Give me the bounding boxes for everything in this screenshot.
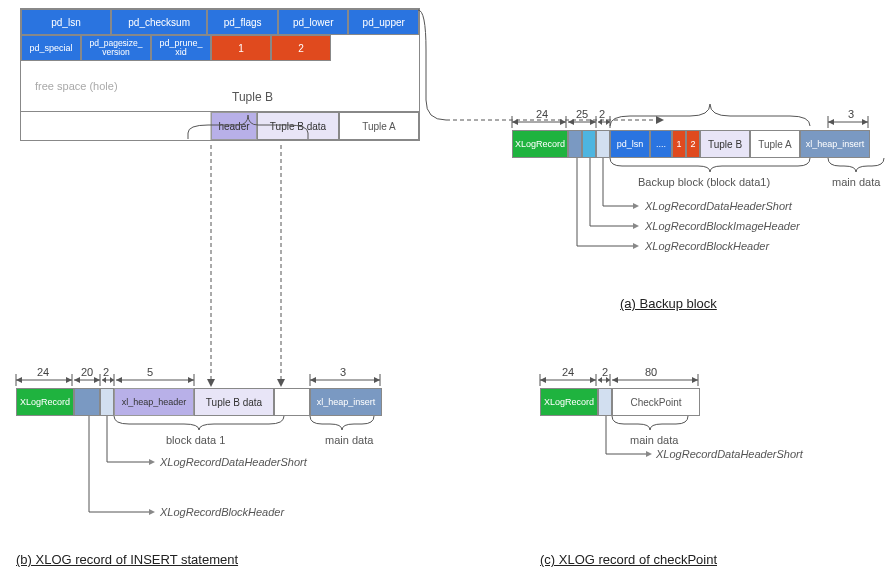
svg-marker-19 — [828, 119, 834, 125]
svg-marker-24 — [633, 223, 639, 229]
a-block-header — [568, 130, 582, 158]
svg-marker-27 — [16, 377, 22, 383]
a-tuple-a: Tuple A — [750, 130, 800, 158]
svg-marker-7 — [560, 119, 566, 125]
a-lp1: 1 — [672, 130, 686, 158]
c-callout-dh: XLogRecordDataHeaderShort — [656, 448, 803, 460]
b-tuple-b-data: Tuple B data — [194, 388, 274, 416]
a-dim-2: 2 — [599, 108, 605, 120]
a-lp2: 2 — [686, 130, 700, 158]
b-callout-bh: XLogRecordBlockHeader — [160, 506, 284, 518]
c-caption: (c) XLOG record of checkPoint — [540, 552, 717, 567]
b-block-data-label: block data 1 — [166, 434, 225, 446]
svg-marker-51 — [540, 377, 546, 383]
page-header-pd-lsn: pd_lsn — [21, 9, 111, 35]
a-callout-bih: XLogRecordBlockImageHeader — [645, 220, 800, 232]
page-header-pd-upper: pd_upper — [348, 9, 419, 35]
svg-marker-23 — [633, 203, 639, 209]
c-dim-2: 2 — [602, 366, 608, 378]
svg-marker-6 — [512, 119, 518, 125]
svg-marker-52 — [590, 377, 596, 383]
b-row: XLogRecord xl_heap_header Tuple B data x… — [16, 388, 382, 416]
a-main-data-label: main data — [832, 176, 880, 188]
svg-marker-48 — [149, 459, 155, 465]
line-ptr-1: 1 — [211, 35, 271, 61]
b-dim-2: 2 — [103, 366, 109, 378]
a-data-header-short — [596, 130, 610, 158]
b-main-data-label: main data — [325, 434, 373, 446]
svg-marker-25 — [633, 243, 639, 249]
svg-marker-60 — [612, 377, 618, 383]
b-callout-dh: XLogRecordDataHeaderShort — [160, 456, 307, 468]
a-row: XLogRecord pd_lsn .... 1 2 Tuple B Tuple… — [512, 130, 870, 158]
c-row: XLogRecord CheckPoint — [540, 388, 700, 416]
b-data-header-short — [100, 388, 114, 416]
svg-marker-28 — [66, 377, 72, 383]
svg-marker-40 — [116, 377, 122, 383]
page-header-pd-checksum: pd_checksum — [111, 9, 207, 35]
a-pd-lsn: pd_lsn — [610, 130, 650, 158]
svg-marker-3 — [207, 379, 215, 387]
c-main-data-label: main data — [630, 434, 678, 446]
tuple-a: Tuple A — [339, 112, 419, 140]
b-block-header — [74, 388, 100, 416]
b-dim-24: 24 — [37, 366, 49, 378]
svg-marker-33 — [94, 377, 100, 383]
c-checkpoint: CheckPoint — [612, 388, 700, 416]
svg-marker-11 — [568, 119, 574, 125]
a-callout-dh: XLogRecordDataHeaderShort — [645, 200, 792, 212]
c-dim-24: 24 — [562, 366, 574, 378]
b-xl-heap-insert: xl_heap_insert — [310, 388, 382, 416]
a-block-image-header — [582, 130, 596, 158]
b-xl-heap-header: xl_heap_header — [114, 388, 194, 416]
b-dim-3: 3 — [340, 366, 346, 378]
a-xl-heap-insert: xl_heap_insert — [800, 130, 870, 158]
a-tuple-b: Tuple B — [700, 130, 750, 158]
svg-marker-41 — [188, 377, 194, 383]
page-header-pd-lower: pd_lower — [278, 9, 349, 35]
a-caption: (a) Backup block — [620, 296, 717, 311]
b-gap — [274, 388, 310, 416]
svg-marker-44 — [310, 377, 316, 383]
page-header-pd-special: pd_special — [21, 35, 81, 61]
svg-marker-49 — [149, 509, 155, 515]
c-dim-80: 80 — [645, 366, 657, 378]
b-caption: (b) XLOG record of INSERT statement — [16, 552, 238, 567]
a-backup-block-label: Backup block (block data1) — [638, 176, 770, 188]
svg-marker-16 — [606, 119, 610, 125]
tuple-b-pointer-label: Tuple B — [232, 90, 273, 104]
line-ptr-2: 2 — [271, 35, 331, 61]
svg-marker-63 — [646, 451, 652, 457]
tuple-b-data: Tuple B data — [257, 112, 339, 140]
tuple-header: header — [211, 112, 257, 140]
a-dim-24: 24 — [536, 108, 548, 120]
a-dots: .... — [650, 130, 672, 158]
a-xlogrecord: XLogRecord — [512, 130, 568, 158]
a-callout-bh: XLogRecordBlockHeader — [645, 240, 769, 252]
page-block: pd_lsn pd_checksum pd_flags pd_lower pd_… — [20, 8, 420, 141]
svg-marker-4 — [277, 379, 285, 387]
b-dim-20: 20 — [81, 366, 93, 378]
svg-marker-2 — [656, 116, 664, 124]
svg-marker-12 — [590, 119, 596, 125]
svg-marker-32 — [74, 377, 80, 383]
c-xlogrecord: XLogRecord — [540, 388, 598, 416]
b-xlogrecord: XLogRecord — [16, 388, 74, 416]
page-header-pd-pagesize: pd_pagesize_ version — [81, 35, 151, 61]
a-dim-3: 3 — [848, 108, 854, 120]
page-header-pd-prune: pd_prune_ xid — [151, 35, 211, 61]
b-dim-5: 5 — [147, 366, 153, 378]
svg-marker-37 — [110, 377, 114, 383]
page-header-pd-flags: pd_flags — [207, 9, 278, 35]
a-dim-25: 25 — [576, 108, 588, 120]
svg-marker-45 — [374, 377, 380, 383]
svg-marker-20 — [862, 119, 868, 125]
svg-marker-61 — [692, 377, 698, 383]
free-space-label: free space (hole) — [21, 80, 118, 92]
c-data-header-short — [598, 388, 612, 416]
